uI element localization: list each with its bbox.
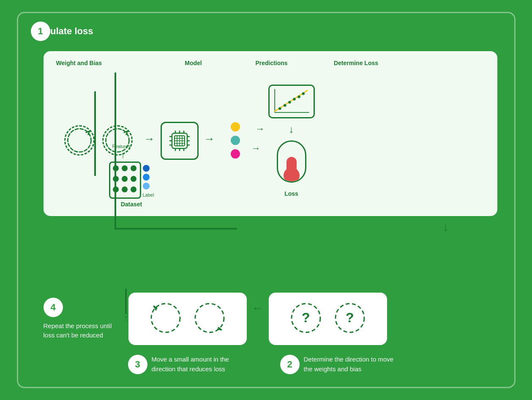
weight-knob-1 <box>64 125 95 156</box>
col-label-weight: Weight and Bias <box>56 60 141 66</box>
feedback-line-left <box>115 72 116 229</box>
model-icon-box <box>161 122 199 160</box>
step3-text: Move a small amount in the direction tha… <box>152 355 242 374</box>
label-text: Label <box>143 192 154 197</box>
svg-point-30 <box>302 92 304 95</box>
step3-label: 3 Move a small amount in the direction t… <box>124 355 242 374</box>
arrow-dataset-to-model: ↑ <box>121 150 125 161</box>
arrows-to-loss: → → <box>252 123 268 154</box>
col-label-determine-loss: Determine Loss <box>322 60 390 66</box>
step2-panel: ? ? <box>269 293 387 345</box>
dataset-title: Dataset <box>121 201 142 208</box>
calculate-loss-panel: Weight and Bias Model Predictions Determ… <box>44 51 497 216</box>
loss-label: Loss <box>284 190 298 197</box>
step3-knob-2 <box>192 300 227 337</box>
svg-point-29 <box>297 96 300 98</box>
step1-header: 1 Calculate loss <box>31 26 93 37</box>
step2-knob-2: ? <box>332 300 368 337</box>
step1-badge: 1 <box>31 22 50 41</box>
step4-area: 4 Repeat the process until loss can't be… <box>44 298 124 340</box>
thermometer-box <box>277 140 306 183</box>
loss-chart-box <box>268 85 315 118</box>
svg-point-26 <box>284 104 286 107</box>
svg-point-28 <box>293 98 295 100</box>
arrow-step2-to-step3: ← <box>247 301 269 336</box>
arrow-loss-to-step2: ↓ <box>443 220 449 234</box>
col-label-predictions: Predictions <box>246 60 297 66</box>
step2-text: Determine the direction to move the weig… <box>304 355 394 374</box>
step4-text: Repeat the process until loss can't be r… <box>44 321 124 340</box>
step4-badge: 4 <box>44 298 63 317</box>
svg-point-25 <box>278 107 281 110</box>
svg-text:?: ? <box>302 310 310 325</box>
arrow-weight-to-model: → <box>141 132 158 145</box>
step3-panel <box>128 293 247 345</box>
svg-point-27 <box>288 101 291 104</box>
dataset-grid <box>109 162 141 199</box>
pred-dot-yellow <box>231 122 240 132</box>
svg-text:?: ? <box>346 310 354 325</box>
feedback-line-bottom <box>115 228 237 230</box>
main-container: 1 Calculate loss Weight and Bias Model P… <box>17 12 516 388</box>
step2-knob-1: ? <box>288 300 324 337</box>
pred-dot-teal <box>231 136 240 145</box>
step3-knob-1 <box>148 300 183 337</box>
arrow-model-to-predictions: → <box>201 132 218 145</box>
step3-badge: 3 <box>128 355 147 374</box>
col-label-model: Model <box>166 60 221 66</box>
step2-label: 2 Determine the direction to move the we… <box>276 355 394 374</box>
arrow-chart-to-therm: ↓ <box>289 123 294 135</box>
step2-badge: 2 <box>280 355 300 374</box>
pred-dot-pink <box>231 149 240 159</box>
